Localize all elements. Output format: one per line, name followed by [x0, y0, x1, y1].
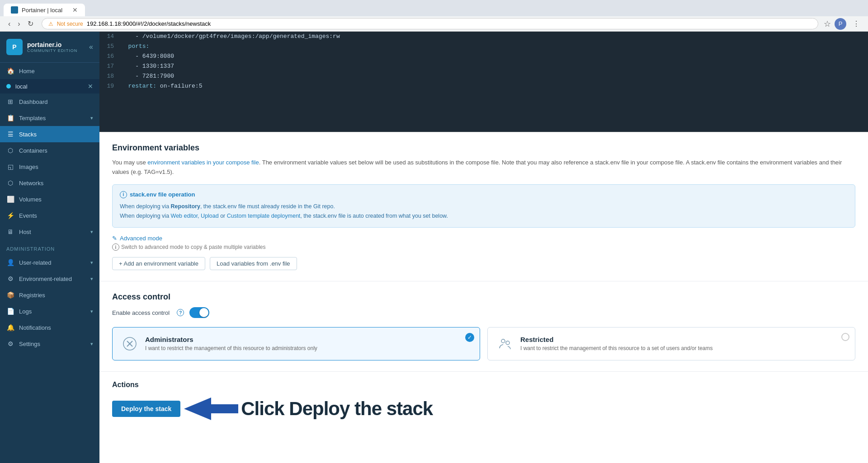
deploy-hint-text: Click Deploy the stack — [241, 398, 433, 420]
env-vars-link[interactable]: environment variables in your compose fi… — [147, 159, 259, 166]
compose-code-editor[interactable]: 14 - /volume1/docker/gpt4free/images:/ap… — [99, 32, 868, 132]
sidebar-item-registries[interactable]: 📦 Registries — [0, 287, 99, 303]
access-control-title: Access control — [112, 292, 855, 302]
admin-section-title: Administration — [0, 240, 99, 254]
sidebar-logo: P portainer.io Community Edition « — [0, 32, 99, 63]
sidebar-item-user-related[interactable]: 👤 User-related ▾ — [0, 254, 99, 271]
sidebar-item-label: User-related — [19, 259, 86, 266]
address-bar[interactable]: ⚠ Not secure 192.168.1.18:9000/#!/2/dock… — [42, 18, 818, 29]
line-number: 15 — [99, 42, 121, 51]
browser-toolbar: ‹ › ↻ ⚠ Not secure 192.168.1.18:9000/#!/… — [0, 16, 868, 32]
env-info-box: i stack.env file operation When deployin… — [112, 184, 855, 228]
sidebar-item-label: Host — [19, 229, 86, 235]
reload-button[interactable]: ↻ — [25, 18, 36, 30]
info-custom-template-link[interactable]: Custom template deployment — [227, 213, 301, 219]
sidebar-item-networks[interactable]: ⬡ Networks — [0, 175, 99, 191]
environment-variables-section: Environment variables You may use enviro… — [99, 132, 868, 281]
code-line-16: 16 - 6439:8080 — [99, 51, 868, 61]
sidebar-item-settings[interactable]: ⚙ Settings ▾ — [0, 336, 99, 352]
settings-expand-icon: ▾ — [90, 341, 93, 347]
user-related-icon: 👤 — [6, 259, 14, 266]
back-button[interactable]: ‹ — [5, 18, 13, 30]
env-status-dot — [6, 84, 11, 89]
svg-point-3 — [501, 339, 505, 343]
info-line2-mid2: or — [219, 213, 227, 219]
sidebar-item-stacks[interactable]: ☰ Stacks — [0, 126, 99, 142]
info-title-text: stack.env file operation — [130, 191, 195, 198]
sidebar-item-notifications[interactable]: 🔔 Notifications — [0, 319, 99, 336]
sidebar-item-dashboard[interactable]: ⊞ Dashboard — [0, 94, 99, 110]
logo-sub-text: Community Edition — [27, 48, 77, 53]
profile-avatar[interactable]: P — [835, 18, 846, 30]
host-expand-icon: ▾ — [90, 229, 93, 235]
info-line1-repo: Repository — [171, 203, 200, 210]
sidebar-collapse-button[interactable]: « — [89, 43, 93, 51]
load-env-file-button[interactable]: Load variables from .env file — [210, 257, 297, 270]
sidebar-item-label: Events — [19, 212, 93, 219]
env-close-button[interactable]: ✕ — [88, 83, 93, 90]
settings-icon: ⚙ — [6, 340, 14, 347]
menu-button[interactable]: ⋮ — [850, 18, 863, 30]
line-content: - /volume1/docker/gpt4free/images:/app/g… — [121, 32, 340, 42]
tab-close-button[interactable]: ✕ — [72, 6, 78, 14]
deploy-stack-button[interactable]: Deploy the stack — [112, 401, 180, 417]
browser-tab[interactable]: Portainer | local ✕ — [4, 4, 85, 16]
access-card-restricted[interactable]: Restricted I want to restrict the manage… — [487, 327, 855, 360]
sidebar-item-logs[interactable]: 📄 Logs ▾ — [0, 303, 99, 319]
hint-icon: i — [112, 243, 119, 251]
sidebar-item-label: Registries — [19, 292, 93, 299]
sidebar-item-images[interactable]: ◱ Images — [0, 159, 99, 175]
info-web-editor-link[interactable]: Web editor — [171, 213, 198, 219]
env-vars-title: Environment variables — [112, 143, 855, 153]
home-icon: 🏠 — [6, 67, 14, 75]
sidebar-item-home[interactable]: 🏠 Home — [0, 63, 99, 79]
add-env-variable-button[interactable]: + Add an environment variable — [112, 257, 205, 270]
sidebar-item-templates[interactable]: 📋 Templates ▾ — [0, 110, 99, 126]
line-number: 18 — [99, 71, 121, 81]
security-icon: ⚠ — [48, 21, 53, 27]
code-line-17: 17 - 1330:1337 — [99, 61, 868, 71]
sidebar-item-events[interactable]: ⚡ Events — [0, 207, 99, 224]
notifications-icon: 🔔 — [6, 324, 14, 331]
browser-nav-buttons: ‹ › ↻ — [5, 18, 36, 30]
sidebar-item-label: Stacks — [19, 131, 93, 138]
advanced-mode-toggle[interactable]: ✎ Advanced mode — [112, 235, 855, 242]
restricted-desc: I want to restrict the management of thi… — [520, 345, 713, 351]
sidebar-item-label: Dashboard — [19, 98, 93, 105]
line-content: - 1330:1337 — [121, 61, 174, 71]
forward-button[interactable]: › — [15, 18, 23, 30]
sidebar-item-environment-related[interactable]: ⚙ Environment-related ▾ — [0, 271, 99, 287]
administrators-title: Administrators — [145, 336, 317, 343]
access-card-administrators[interactable]: Administrators I want to restrict the ma… — [112, 327, 480, 360]
svg-marker-5 — [184, 398, 238, 420]
sidebar-item-volumes[interactable]: ⬜ Volumes — [0, 191, 99, 207]
actions-section: Actions Deploy the stack Click Deploy th… — [99, 372, 868, 436]
access-control-help-icon[interactable]: ? — [177, 309, 184, 316]
info-upload-link[interactable]: Upload — [201, 213, 219, 219]
environment-section: local ✕ — [0, 79, 99, 94]
advanced-mode-label: Advanced mode — [120, 235, 162, 242]
code-lines: 14 - /volume1/docker/gpt4free/images:/ap… — [99, 32, 868, 91]
line-number: 19 — [99, 81, 121, 91]
administrators-selected-checkmark: ✓ — [465, 333, 474, 342]
enable-access-control-row: Enable access control ? — [112, 307, 855, 318]
code-line-18: 18 - 7281:7900 — [99, 71, 868, 81]
deploy-hint-annotation: Click Deploy the stack — [184, 395, 433, 422]
tab-title: Portainer | local — [22, 7, 62, 14]
info-icon: i — [120, 191, 127, 198]
sidebar-item-containers[interactable]: ⬡ Containers — [0, 142, 99, 159]
access-control-toggle[interactable] — [189, 307, 209, 318]
containers-icon: ⬡ — [6, 147, 14, 154]
url-text: 192.168.1.18:9000/#!/2/docker/stacks/new… — [87, 20, 211, 27]
deploy-row: Deploy the stack Click Deploy the stack — [112, 395, 855, 422]
sidebar-item-host[interactable]: 🖥 Host ▾ — [0, 224, 99, 240]
sidebar-item-label: Environment-related — [19, 276, 86, 282]
sidebar-item-label: Templates — [19, 115, 86, 122]
code-line-19: 19 restart: on-failure:5 — [99, 81, 868, 91]
sidebar-item-label: Settings — [19, 341, 86, 347]
code-editor-empty-area — [99, 91, 868, 132]
env-info-title: i stack.env file operation — [120, 191, 848, 198]
browser-chrome: Portainer | local ✕ ‹ › ↻ ⚠ Not secure 1… — [0, 0, 868, 32]
bookmark-button[interactable]: ☆ — [824, 19, 831, 29]
sidebar: P portainer.io Community Edition « 🏠 Hom… — [0, 32, 99, 463]
